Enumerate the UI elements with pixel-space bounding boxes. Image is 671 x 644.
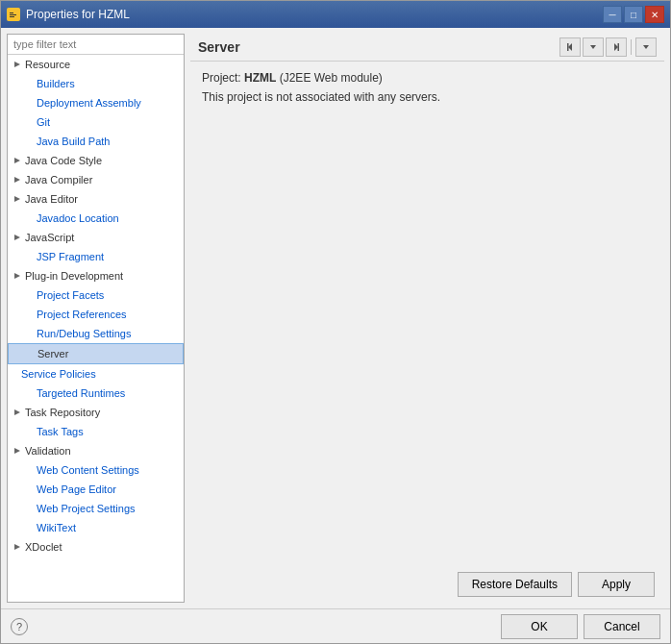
right-content: Project: HZML (J2EE Web module) This pro…: [190, 62, 664, 566]
dialog-title: Properties for HZML: [26, 8, 130, 21]
help-button[interactable]: ?: [11, 618, 28, 635]
svg-marker-5: [14, 158, 20, 163]
bottom-buttons: Restore Defaults Apply: [190, 566, 664, 603]
title-buttons: ─ □ ✕: [603, 6, 664, 23]
tree-label-xdoclet: XDoclet: [25, 538, 62, 556]
tree-item-validation[interactable]: Validation: [8, 441, 184, 460]
title-bar: Properties for HZML ─ □ ✕: [1, 1, 670, 28]
tree-item-javascript[interactable]: JavaScript: [8, 228, 184, 247]
tree-label-jsp-fragment: JSP Fragment: [37, 248, 104, 265]
tree-item-project-facets[interactable]: Project Facets: [8, 285, 184, 305]
close-button[interactable]: ✕: [645, 6, 664, 23]
tree-item-run-debug-settings[interactable]: Run/Debug Settings: [8, 324, 184, 343]
svg-marker-15: [590, 45, 596, 49]
ok-button[interactable]: OK: [501, 614, 578, 639]
right-panel: Server: [190, 34, 664, 603]
tree-label-resource: Resource: [25, 56, 70, 73]
tree-item-plugin-development[interactable]: Plug-in Development: [8, 266, 184, 285]
tree-item-javadoc-location[interactable]: Javadoc Location: [8, 209, 184, 228]
toolbar-separator: [631, 39, 632, 55]
tree-item-task-repository[interactable]: Task Repository: [8, 403, 184, 422]
forward-button[interactable]: [606, 37, 627, 57]
svg-marker-13: [568, 43, 572, 51]
menu-button[interactable]: [635, 37, 657, 57]
tree-item-web-project-settings[interactable]: Web Project Settings: [8, 499, 184, 518]
svg-rect-1: [10, 12, 13, 13]
dialog-footer: ? OK Cancel: [1, 608, 670, 643]
tree-item-java-compiler[interactable]: Java Compiler: [8, 170, 184, 189]
svg-marker-8: [14, 235, 20, 240]
svg-marker-18: [643, 45, 649, 49]
tree-item-service-policies[interactable]: Service Policies: [8, 364, 184, 384]
cancel-button[interactable]: Cancel: [584, 614, 660, 639]
tree-container: ResourceBuildersDeployment AssemblyGitJa…: [8, 55, 184, 602]
project-name: HZML: [244, 71, 276, 85]
tree-label-server: Server: [37, 345, 68, 362]
tree-item-builders[interactable]: Builders: [8, 74, 184, 93]
dialog-icon: [7, 8, 20, 21]
svg-marker-6: [14, 177, 20, 183]
minimize-button[interactable]: ─: [603, 6, 622, 23]
tree-item-java-editor[interactable]: Java Editor: [8, 189, 184, 209]
tree-label-run-debug-settings: Run/Debug Settings: [37, 325, 131, 342]
tree-item-task-tags[interactable]: Task Tags: [8, 422, 184, 441]
tree-label-project-references: Project References: [37, 306, 127, 323]
project-info: Project: HZML (J2EE Web module): [202, 71, 653, 85]
svg-marker-9: [14, 273, 20, 279]
svg-rect-17: [618, 43, 620, 51]
project-label: Project:: [202, 71, 241, 85]
tree-item-deployment-assembly[interactable]: Deployment Assembly: [8, 93, 184, 112]
footer-buttons: OK Cancel: [501, 614, 660, 639]
restore-defaults-button[interactable]: Restore Defaults: [458, 572, 572, 597]
tree-label-javadoc-location: Javadoc Location: [37, 210, 119, 227]
tree-item-web-content-settings[interactable]: Web Content Settings: [8, 460, 184, 480]
tree-label-web-page-editor: Web Page Editor: [37, 481, 116, 498]
tree-label-java-compiler: Java Compiler: [25, 171, 92, 188]
right-toolbar: [559, 37, 657, 57]
title-bar-left: Properties for HZML: [7, 8, 130, 21]
tree-item-project-references[interactable]: Project References: [8, 305, 184, 324]
tree-label-javascript: JavaScript: [25, 229, 74, 246]
svg-marker-12: [14, 544, 20, 550]
svg-marker-7: [14, 196, 20, 202]
tree-label-task-repository: Task Repository: [25, 404, 100, 421]
apply-button[interactable]: Apply: [578, 572, 655, 597]
tree-item-jsp-fragment[interactable]: JSP Fragment: [8, 247, 184, 266]
tree-item-java-build-path[interactable]: Java Build Path: [8, 132, 184, 151]
tree-label-deployment-assembly: Deployment Assembly: [37, 94, 141, 111]
dropdown-button[interactable]: [583, 37, 604, 57]
tree-label-service-policies: Service Policies: [21, 365, 96, 383]
svg-marker-16: [614, 43, 618, 51]
left-panel: ResourceBuildersDeployment AssemblyGitJa…: [7, 34, 185, 603]
tree-label-builders: Builders: [37, 75, 75, 92]
tree-label-wikitext: WikiText: [37, 519, 76, 536]
tree-item-git[interactable]: Git: [8, 112, 184, 132]
tree-label-web-project-settings: Web Project Settings: [37, 500, 136, 517]
tree-label-java-editor: Java Editor: [25, 190, 78, 208]
tree-label-java-build-path: Java Build Path: [37, 133, 110, 150]
tree-item-xdoclet[interactable]: XDoclet: [8, 537, 184, 557]
tree-label-targeted-runtimes: Targeted Runtimes: [37, 384, 125, 402]
tree-item-targeted-runtimes[interactable]: Targeted Runtimes: [8, 384, 184, 403]
right-header: Server: [190, 34, 664, 62]
tree-label-git: Git: [37, 113, 50, 131]
tree-item-wikitext[interactable]: WikiText: [8, 518, 184, 537]
properties-dialog: Properties for HZML ─ □ ✕ ResourceBuilde…: [0, 0, 671, 644]
back-button[interactable]: [559, 37, 581, 57]
filter-input[interactable]: [8, 35, 184, 55]
svg-marker-10: [14, 409, 20, 415]
tree-label-task-tags: Task Tags: [37, 423, 84, 440]
tree-item-server[interactable]: Server: [8, 343, 184, 364]
tree-label-project-facets: Project Facets: [37, 286, 104, 304]
svg-marker-4: [14, 62, 20, 67]
svg-rect-3: [10, 16, 14, 17]
maximize-button[interactable]: □: [624, 6, 643, 23]
project-type: (J2EE Web module): [280, 71, 383, 85]
tree-item-web-page-editor[interactable]: Web Page Editor: [8, 480, 184, 499]
tree-item-resource[interactable]: Resource: [8, 55, 184, 74]
svg-rect-2: [10, 14, 16, 15]
main-content: ResourceBuildersDeployment AssemblyGitJa…: [1, 28, 670, 608]
tree-item-java-code-style[interactable]: Java Code Style: [8, 151, 184, 170]
tree-label-java-code-style: Java Code Style: [25, 152, 102, 169]
section-title: Server: [198, 39, 240, 55]
